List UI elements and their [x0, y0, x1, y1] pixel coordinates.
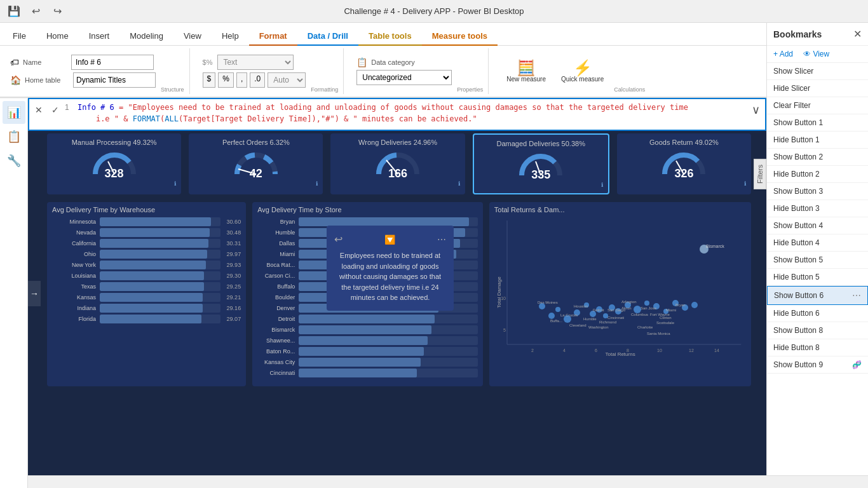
- bookmark-hide-btn5[interactable]: Hide Button 5: [767, 269, 868, 286]
- svg-text:Cleveland: Cleveland: [569, 323, 587, 327]
- kpi-gauge-goods: 326: [622, 149, 746, 180]
- name-input[interactable]: [71, 55, 154, 70]
- svg-text:San Jose: San Jose: [641, 306, 657, 310]
- calculations-label: Calculations: [614, 86, 645, 94]
- bookmark-hide-btn1[interactable]: Hide Button 1: [767, 132, 868, 149]
- formula-check-btn[interactable]: ✓: [48, 103, 62, 117]
- formula-expand-btn[interactable]: ∨: [749, 102, 763, 118]
- bookmark-hide-btn2-label: Hide Button 2: [773, 170, 820, 179]
- bar-nevada: Nevada 30.48: [52, 228, 241, 237]
- bookmark-add-btn[interactable]: + Add: [773, 50, 793, 58]
- svg-point-19: [548, 313, 555, 319]
- bookmark-hide-btn8[interactable]: Hide Button 8: [767, 339, 868, 356]
- bookmark-hide-btn6-label: Hide Button 6: [773, 309, 820, 318]
- bar-bismarck: Bismarck: [257, 325, 478, 334]
- bookmark-clear-filter[interactable]: Clear Filter: [767, 97, 868, 114]
- tooltip-back-btn[interactable]: ↩: [334, 233, 342, 245]
- data-view-icon[interactable]: 📋: [3, 125, 25, 148]
- svg-text:Bryan: Bryan: [675, 303, 686, 307]
- tab-insert[interactable]: Insert: [79, 27, 120, 46]
- bookmark-show-btn9[interactable]: Show Button 9 🧬: [767, 356, 868, 374]
- bookmark-show-btn4[interactable]: Show Button 4: [767, 217, 868, 234]
- tooltip-filter-icon[interactable]: 🔽: [384, 234, 395, 245]
- undo-btn[interactable]: ↩: [27, 3, 44, 20]
- bookmark-hide-slicer[interactable]: Hide Slicer: [767, 80, 868, 97]
- save-btn[interactable]: 💾: [5, 3, 23, 20]
- bookmark-hide-btn6[interactable]: Hide Button 6: [767, 305, 868, 322]
- bookmark-show-btn1[interactable]: Show Button 1: [767, 114, 868, 132]
- format-currency-icon: $%: [203, 58, 213, 66]
- model-view-icon[interactable]: 🔧: [3, 149, 25, 172]
- svg-point-36: [691, 302, 698, 308]
- tab-table-tools[interactable]: Table tools: [358, 27, 422, 46]
- dollar-btn[interactable]: $: [203, 72, 216, 88]
- tab-help[interactable]: Help: [212, 27, 249, 46]
- bookmark-hide-btn4[interactable]: Hide Button 4: [767, 234, 868, 252]
- new-measure-btn[interactable]: 🧮 New measure: [501, 58, 551, 85]
- bar-newyork: New York 29.93: [52, 261, 241, 269]
- bookmark-hide-btn8-label: Hide Button 8: [773, 343, 820, 352]
- bookmark-hide-btn2[interactable]: Hide Button 2: [767, 166, 868, 183]
- tab-file[interactable]: File: [3, 27, 36, 46]
- svg-text:Washington: Washington: [588, 325, 608, 329]
- auto-dropdown[interactable]: Auto: [268, 72, 306, 88]
- chart-warehouse-title: Avg Delivery Time by Warehouse: [52, 206, 241, 214]
- formula-close-btn[interactable]: ✕: [32, 103, 46, 117]
- filters-side-label[interactable]: Filters: [754, 159, 766, 189]
- bookmarks-header: Bookmarks ✕: [767, 23, 868, 46]
- tab-measure-tools[interactable]: Measure tools: [422, 27, 498, 46]
- formatting-label: Formatting: [311, 86, 338, 94]
- svg-text:Scottsdale: Scottsdale: [656, 321, 675, 325]
- bar-track: [100, 217, 220, 226]
- bookmark-show-btn6[interactable]: Show Button 6 ⋯: [767, 286, 868, 305]
- svg-text:Charlotte: Charlotte: [637, 325, 653, 329]
- bookmark-show-btn2[interactable]: Show Button 2: [767, 149, 868, 166]
- tab-format[interactable]: Format: [249, 27, 297, 46]
- name-label: Name: [23, 58, 67, 66]
- svg-text:Akron: Akron: [621, 306, 632, 310]
- svg-text:Columbus: Columbus: [631, 313, 648, 316]
- chart-warehouse: Avg Delivery Time by Warehouse Minnesota…: [47, 202, 246, 386]
- decimal-btn[interactable]: .0: [250, 72, 265, 88]
- tab-modeling[interactable]: Modeling: [119, 27, 173, 46]
- bookmark-show-btn8[interactable]: Show Button 8: [767, 322, 868, 339]
- svg-text:Des Moines: Des Moines: [538, 301, 558, 304]
- svg-text:Total Returns: Total Returns: [605, 351, 635, 357]
- report-view-icon[interactable]: 📊: [3, 101, 25, 124]
- bookmark-hide-btn3-label: Hide Button 3: [773, 204, 820, 213]
- comma-btn[interactable]: ,: [236, 72, 247, 88]
- tab-home[interactable]: Home: [36, 27, 79, 46]
- main-area: → A Application Review ★★★★★ Manual Proc…: [28, 98, 766, 488]
- structure-group: 🏷 Name 🏠 Home table Dynamic Titles Struc…: [5, 48, 190, 94]
- bookmark-show-slicer[interactable]: Show Slicer: [767, 63, 868, 80]
- bookmark-show-btn3[interactable]: Show Button 3: [767, 183, 868, 200]
- nav-left-arrow[interactable]: →: [28, 281, 41, 306]
- name-icon: 🏷: [10, 57, 19, 67]
- title-bar-controls[interactable]: 💾 ↩ ↪: [5, 3, 66, 20]
- format-row2: $ % , .0 Auto: [203, 72, 306, 88]
- data-cat-dropdown[interactable]: Uncategorized: [356, 70, 452, 85]
- home-table-dropdown[interactable]: Dynamic Titles: [73, 72, 156, 88]
- quick-measure-label: Quick measure: [561, 76, 604, 83]
- bookmark-add-label: Add: [780, 50, 793, 58]
- svg-text:6: 6: [595, 348, 597, 353]
- svg-text:Clinton: Clinton: [660, 316, 672, 320]
- quick-measure-btn[interactable]: ⚡ Quick measure: [556, 58, 609, 85]
- bookmark-view-btn[interactable]: 👁 View: [803, 50, 829, 58]
- redo-btn[interactable]: ↪: [48, 3, 66, 20]
- bookmark-show-btn6-label: Show Button 6: [774, 291, 824, 300]
- bookmark-more-btn[interactable]: ⋯: [852, 290, 861, 301]
- bookmarks-close-btn[interactable]: ✕: [853, 28, 862, 40]
- svg-text:La Cruces: La Cruces: [560, 313, 578, 317]
- subscribe-icon: 🧬: [852, 360, 862, 369]
- format-row1: $% Text: [203, 55, 306, 70]
- bookmark-hide-btn3[interactable]: Hide Button 3: [767, 200, 868, 217]
- tab-data-drill[interactable]: Data / Drill: [297, 27, 358, 46]
- format-dropdown[interactable]: Text: [217, 55, 294, 70]
- bookmark-show-btn5[interactable]: Show Button 5: [767, 252, 868, 269]
- bar-shawnee: Shawnee...: [257, 336, 478, 345]
- tooltip-more-btn[interactable]: ⋯: [437, 234, 446, 245]
- percent-btn[interactable]: %: [218, 72, 234, 88]
- home-table-label: Home table: [25, 76, 69, 84]
- tab-view[interactable]: View: [173, 27, 212, 46]
